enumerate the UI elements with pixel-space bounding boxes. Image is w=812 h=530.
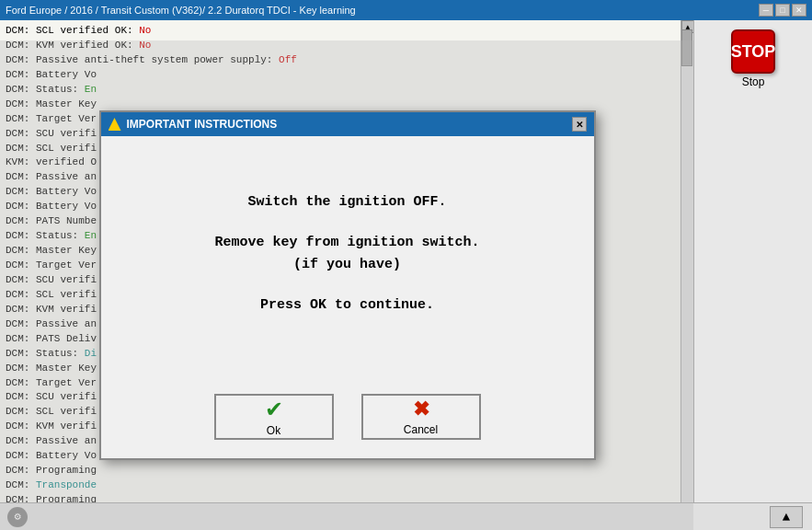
dialog-title-text: IMPORTANT INSTRUCTIONS: [127, 118, 278, 131]
dialog-title-left: IMPORTANT INSTRUCTIONS: [109, 118, 278, 131]
checkmark-icon: ✔: [265, 397, 283, 422]
navigate-button[interactable]: ▲: [770, 506, 803, 528]
modal-overlay: IMPORTANT INSTRUCTIONS ✕ Switch the igni…: [0, 40, 694, 530]
log-panel: DCM: SCL verified OK: No DCM: KVM verifi…: [0, 20, 694, 530]
stop-label: Stop: [742, 75, 765, 88]
ok-button[interactable]: ✔ Ok: [214, 394, 334, 440]
warning-icon: [109, 118, 121, 131]
maximize-button[interactable]: □: [775, 4, 790, 17]
app-title: Ford Europe / 2016 / Transit Custom (V36…: [6, 5, 356, 16]
app-area: DCM: SCL verified OK: No DCM: KVM verifi…: [0, 20, 812, 530]
window-controls: ─ □ ✕: [759, 4, 806, 17]
dialog: IMPORTANT INSTRUCTIONS ✕ Switch the igni…: [99, 110, 596, 460]
dialog-titlebar: IMPORTANT INSTRUCTIONS ✕: [101, 112, 594, 136]
dialog-footer: ✔ Ok ✖ Cancel: [101, 380, 594, 458]
cancel-icon: ✖: [413, 398, 429, 421]
dialog-body: Switch the ignition OFF. Remove key from…: [101, 136, 594, 380]
dialog-instruction-1: Switch the ignition OFF.: [247, 191, 446, 213]
dialog-instruction-3: Press OK to continue.: [260, 294, 434, 317]
log-line: DCM: SCL verified OK: No: [6, 24, 688, 39]
stop-icon: STOP: [731, 29, 775, 74]
dialog-close-button[interactable]: ✕: [572, 117, 587, 132]
minimize-button[interactable]: ─: [759, 4, 773, 17]
stop-button[interactable]: STOP Stop: [731, 29, 775, 88]
title-bar: Ford Europe / 2016 / Transit Custom (V36…: [0, 0, 812, 20]
cancel-button[interactable]: ✖ Cancel: [361, 394, 481, 440]
dialog-instruction-2: Remove key from ignition switch. (if you…: [214, 232, 479, 276]
ok-label: Ok: [267, 424, 280, 437]
close-button[interactable]: ✕: [792, 4, 806, 17]
right-sidebar: STOP Stop: [694, 20, 812, 530]
log-value: No: [139, 25, 151, 36]
cancel-label: Cancel: [404, 423, 438, 436]
